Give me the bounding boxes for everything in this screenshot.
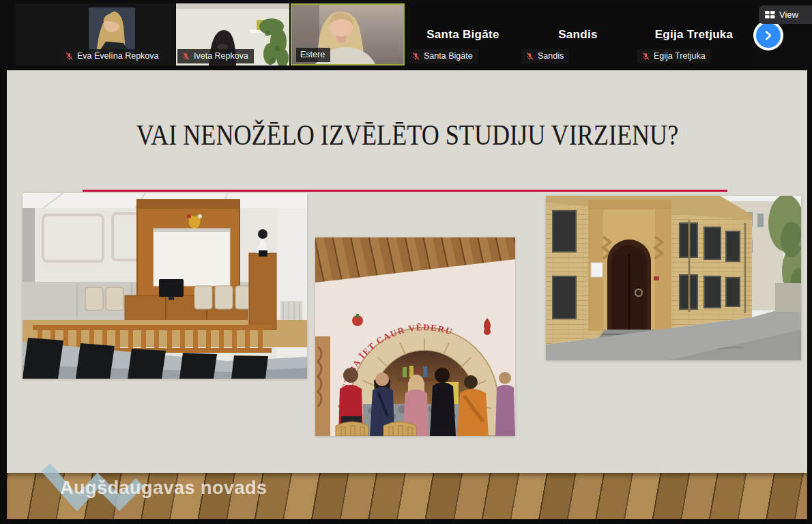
participant-name-chip: Santa Bigāte [407, 49, 478, 63]
slide-watermark: Augšdaugavas novads [60, 478, 267, 499]
shared-presentation-slide: VAI NENOŽĒLO IZVĒLĒTO STUDIJU VIRZIENU? [7, 70, 807, 519]
video-tile-santa[interactable]: Santa Bigāte Santa Bigāte [406, 3, 520, 66]
participant-name-chip: Eva Evelīna Repkova [61, 49, 164, 63]
video-tile-eva[interactable]: Eva Evelīna Repkova [16, 3, 175, 66]
video-tile-egija[interactable]: Egija Tretjuka Egija Tretjuka [636, 3, 752, 66]
video-tile-estere[interactable]: Estere [291, 3, 405, 66]
muted-mic-icon [182, 52, 190, 61]
video-tile-iveta[interactable]: Iveta Repkova [176, 3, 289, 66]
building-photo [546, 196, 801, 360]
participant-name: Santa Bigāte [424, 51, 473, 61]
courtroom-photo [23, 193, 307, 379]
muted-mic-icon [65, 52, 74, 61]
participant-name-chip: Sandis [521, 49, 569, 63]
title-divider-line [83, 190, 727, 192]
participant-name: Sandis [538, 51, 564, 61]
muted-mic-icon [641, 52, 650, 61]
chevron-right-icon [756, 23, 781, 48]
participant-strip: Eva Evelīna Repkova [0, 0, 812, 70]
participant-name-chip: Iveta Repkova [177, 49, 254, 63]
next-participants-button[interactable] [753, 20, 783, 50]
participant-name: Estere [300, 50, 325, 59]
slide-title: VAI NENOŽĒLO IZVĒLĒTO STUDIJU VIRZIENU? [7, 118, 807, 151]
view-button[interactable]: View [759, 5, 812, 24]
muted-mic-icon [411, 52, 420, 61]
view-button-label: View [779, 10, 798, 20]
participant-name-chip: Estere [296, 48, 330, 62]
participant-display-name: Sandis [521, 28, 635, 42]
participant-name-chip: Egija Tretjuka [637, 49, 711, 63]
participant-name: Egija Tretjuka [654, 51, 706, 61]
video-tile-sandis[interactable]: Sandis Sandis [521, 3, 635, 66]
grid-view-icon [765, 10, 775, 19]
meeting-window: Eva Evelīna Repkova [0, 0, 812, 524]
participant-name: Eva Evelīna Repkova [77, 51, 159, 61]
cafe-photo: ĪLESTĪBA ĪET CAUR VĒDERU [315, 237, 515, 436]
participant-display-name: Santa Bigāte [406, 28, 520, 42]
participant-display-name: Egija Tretjuka [636, 28, 752, 42]
muted-mic-icon [525, 52, 534, 61]
participant-name: Iveta Repkova [194, 51, 248, 61]
